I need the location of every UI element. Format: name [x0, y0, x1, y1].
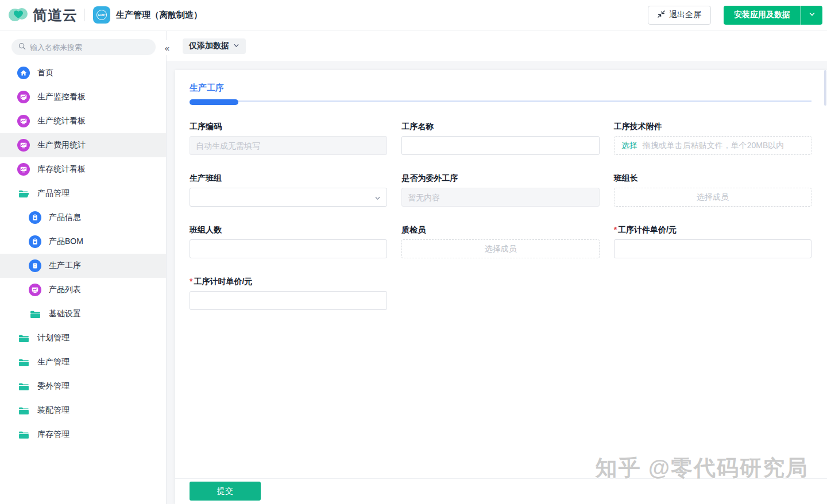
app-icon: ERP [93, 6, 110, 24]
folder-icon [17, 356, 30, 369]
sidebar-item-product-info[interactable]: 产品信息 [0, 206, 166, 230]
folder-icon [17, 380, 30, 393]
folder-open-icon [17, 187, 30, 200]
required-asterisk: * [190, 277, 192, 286]
field-piece-rate-price: *工序计件单价/元 [614, 225, 811, 258]
upload-select-link[interactable]: 选择 [621, 141, 637, 151]
sidebar-item-product-bom[interactable]: 产品BOM [0, 230, 166, 254]
data-mode-dropdown[interactable]: 仅添加数据 [183, 38, 246, 54]
search-input[interactable] [30, 43, 149, 52]
dashboard-icon [17, 139, 30, 152]
sidebar-item-product-management[interactable]: 产品管理 [0, 181, 166, 206]
field-label: 工序名称 [401, 122, 599, 131]
sidebar-item-label: 产品信息 [49, 212, 81, 223]
sidebar-item-assembly-management[interactable]: 装配管理 [0, 398, 166, 422]
form-grid: 工序编码工序名称工序技术附件选择拖拽或单击后粘贴文件，单个20MB以内生产班组是… [190, 122, 811, 310]
sidebar-item-inventory-stats-board[interactable]: 库存统计看板 [0, 157, 166, 181]
sidebar-item-label: 产品BOM [49, 237, 83, 247]
sidebar-item-label: 生产费用统计 [37, 140, 86, 150]
app-header: 简道云 ERP 生产管理（离散制造） 退出全屏 安装应用及数据 [0, 0, 827, 30]
field-process-name: 工序名称 [401, 122, 599, 155]
sidebar-item-label: 首页 [37, 68, 53, 78]
toolbar: 仅添加数据 [167, 31, 827, 61]
field-label: 班组人数 [190, 225, 387, 234]
piece-rate-price-input[interactable] [614, 239, 811, 258]
process-tech-attachment-upload-area[interactable]: 选择拖拽或单击后粘贴文件，单个20MB以内 [614, 136, 811, 155]
field-label: 工序技术附件 [614, 122, 811, 131]
sidebar-item-inventory-management[interactable]: 库存管理 [0, 422, 166, 447]
field-team-size: 班组人数 [190, 225, 387, 258]
exit-fullscreen-icon [658, 10, 665, 20]
sidebar-item-label: 库存管理 [37, 429, 69, 440]
sidebar-item-label: 库存统计看板 [37, 164, 86, 175]
home-icon [17, 67, 30, 79]
sidebar-item-plan-management[interactable]: 计划管理 [0, 326, 166, 350]
field-process-code: 工序编码 [190, 122, 387, 155]
submit-button[interactable]: 提交 [190, 482, 261, 501]
required-asterisk: * [614, 225, 617, 234]
sidebar-item-product-list[interactable]: 产品列表 [0, 278, 166, 302]
sidebar-item-home[interactable]: 首页 [0, 61, 166, 85]
field-hourly-rate-price: *工序计时单价/元 [190, 277, 387, 310]
field-is-outsourced-process: 是否为委外工序 [401, 173, 599, 207]
sidebar-item-label: 产品列表 [49, 285, 81, 295]
quality-inspector-member-picker[interactable]: 选择成员 [401, 239, 599, 258]
sidebar-item-label: 计划管理 [37, 333, 69, 343]
progress-track [190, 100, 811, 102]
sidebar-item-label: 生产管理 [37, 357, 69, 367]
exit-fullscreen-button[interactable]: 退出全屏 [648, 6, 711, 25]
process-name-input[interactable] [401, 136, 599, 155]
form-title: 生产工序 [190, 83, 811, 94]
folder-icon [17, 428, 30, 441]
chevron-down-icon [374, 193, 381, 204]
sidebar-item-label: 产品管理 [37, 188, 69, 199]
team-size-input[interactable] [190, 239, 387, 258]
production-team-select[interactable] [190, 188, 387, 207]
field-label: 质检员 [401, 225, 599, 234]
team-leader-member-picker[interactable]: 选择成员 [614, 188, 811, 207]
jiandaoyun-logo[interactable]: 简道云 [8, 6, 78, 25]
field-label: 生产班组 [190, 173, 387, 183]
form-progress-bar [190, 99, 811, 106]
field-label: 是否为委外工序 [401, 173, 599, 183]
field-team-leader: 班组长选择成员 [614, 173, 811, 207]
form-footer: 提交 [175, 478, 827, 501]
sidebar: 首页生产监控看板生产统计看板生产费用统计库存统计看板产品管理产品信息产品BOM生… [0, 31, 167, 504]
hourly-rate-price-input[interactable] [190, 291, 387, 310]
sidebar-collapse-button[interactable]: « [160, 40, 174, 55]
sidebar-item-outsourcing-management[interactable]: 委外管理 [0, 374, 166, 398]
sidebar-item-label: 生产监控看板 [37, 92, 86, 102]
sidebar-item-production-process[interactable]: 生产工序 [0, 254, 166, 278]
sidebar-search[interactable] [11, 39, 156, 55]
header-divider [84, 9, 85, 21]
sidebar-item-production-monitor-board[interactable]: 生产监控看板 [0, 85, 166, 109]
clipboard-icon [29, 211, 41, 224]
dashboard-icon [17, 91, 30, 103]
dashboard-icon [17, 163, 30, 176]
sidebar-item-label: 装配管理 [37, 405, 69, 416]
sidebar-item-production-management[interactable]: 生产管理 [0, 350, 166, 374]
dashboard-icon [17, 115, 30, 127]
form-card: 生产工序 工序编码工序名称工序技术附件选择拖拽或单击后粘贴文件，单个20MB以内… [175, 70, 827, 504]
sidebar-item-production-stats-board[interactable]: 生产统计看板 [0, 109, 166, 133]
field-process-tech-attachment: 工序技术附件选择拖拽或单击后粘贴文件，单个20MB以内 [614, 122, 811, 155]
field-label: *工序计时单价/元 [190, 277, 387, 286]
app-icon-label: ERP [96, 10, 107, 20]
sidebar-item-basic-settings[interactable]: 基础设置 [0, 302, 166, 326]
sidebar-item-label: 基础设置 [49, 309, 81, 319]
dashboard-icon [29, 284, 41, 296]
vertical-scrollbar-thumb[interactable] [824, 70, 826, 106]
exit-fullscreen-label: 退出全屏 [669, 10, 701, 20]
field-label: *工序计件单价/元 [614, 225, 811, 234]
is-outsourced-process-input [401, 188, 599, 207]
field-label: 班组长 [614, 173, 811, 183]
sidebar-nav: 首页生产监控看板生产统计看板生产费用统计库存统计看板产品管理产品信息产品BOM生… [0, 61, 166, 447]
progress-pill [190, 99, 238, 105]
search-icon [18, 42, 26, 52]
sidebar-item-production-cost-stats[interactable]: 生产费用统计 [0, 133, 166, 157]
cloud-heart-logo-icon [8, 6, 29, 24]
folder-icon [17, 404, 30, 417]
install-app-button[interactable]: 安装应用及数据 [724, 6, 801, 25]
install-app-dropdown-button[interactable] [801, 6, 822, 25]
logo-text: 简道云 [33, 6, 78, 25]
